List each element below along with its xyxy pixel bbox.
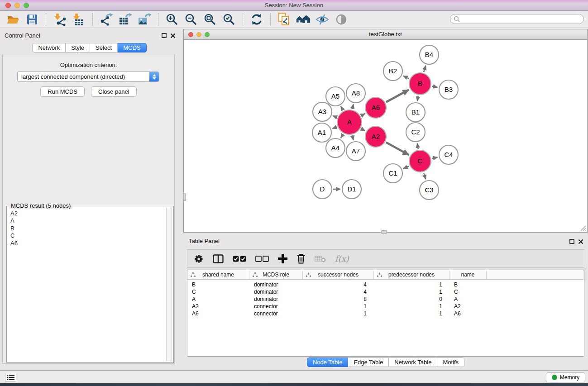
zoom-in-button[interactable] (165, 12, 179, 27)
mcds-result-item[interactable]: A2 (10, 210, 166, 217)
show-column-panel-button[interactable] (213, 254, 224, 263)
close-window-button[interactable] (5, 3, 11, 8)
memory-button[interactable]: Memory (546, 372, 585, 382)
tab-mcds[interactable]: MCDS (118, 43, 146, 52)
graph-edge-A-A6[interactable] (361, 114, 365, 115)
delete-columns-button[interactable] (296, 253, 306, 264)
refresh-button[interactable] (249, 12, 264, 27)
control-panel-float-button[interactable] (162, 33, 167, 38)
minimize-window-button[interactable] (14, 3, 20, 8)
graph-edge-A2-C[interactable] (386, 143, 409, 155)
graph-node-A5[interactable]: A5 (326, 87, 345, 106)
column-header-shared-name[interactable]: shared name (187, 270, 249, 279)
graph-node-C[interactable]: C (409, 150, 431, 172)
graph-node-B3[interactable]: B3 (439, 80, 458, 99)
table-row[interactable]: Cdominator41C (187, 288, 584, 295)
delete-table-button[interactable] (315, 255, 326, 262)
run-mcds-button[interactable]: Run MCDS (40, 86, 85, 97)
graph-edge-A-A2[interactable] (361, 129, 365, 130)
graph-node-A2[interactable]: A2 (365, 126, 386, 147)
graph-edge-C-C4[interactable] (432, 157, 437, 158)
graph-node-A1[interactable]: A1 (312, 123, 331, 142)
network-graph[interactable]: B4B2BB3A8A5A6B1A3AC2A1A2A4A7C4CC1C3DD1 (184, 40, 587, 232)
import-network-button[interactable] (53, 12, 67, 27)
control-panel-close-button[interactable] (170, 33, 176, 38)
tab-motifs[interactable]: Motifs (437, 357, 464, 367)
mcds-result-item[interactable]: B (10, 225, 166, 232)
graph-edge-B-B1[interactable] (417, 96, 418, 101)
graph-edge-A-A5[interactable] (341, 106, 343, 110)
table-settings-button[interactable] (194, 254, 204, 264)
dropdown-stepper[interactable] (149, 72, 159, 81)
graph-edge-C-C2[interactable] (417, 143, 418, 149)
graph-edge-B-B2[interactable] (403, 76, 409, 79)
graph-edge-A-A1[interactable] (332, 127, 337, 129)
graph-node-A3[interactable]: A3 (313, 102, 332, 121)
graph-node-C2[interactable]: C2 (406, 123, 425, 142)
zoom-selected-button[interactable] (222, 12, 236, 27)
mcds-result-item[interactable]: A6 (10, 240, 166, 247)
column-header-name[interactable]: name (449, 270, 487, 279)
graph-edge-C-C1[interactable] (403, 166, 409, 169)
search-input[interactable] (460, 15, 583, 23)
open-session-button[interactable] (6, 12, 20, 27)
show-panels-button[interactable] (5, 373, 16, 382)
mcds-result-scrollbar[interactable] (166, 208, 172, 361)
tab-network[interactable]: Network (32, 43, 66, 52)
graph-edge-A6-B[interactable] (386, 90, 409, 102)
graph-edge-A-A8[interactable] (352, 104, 353, 109)
duplicate-network-button[interactable] (277, 12, 292, 27)
network-minimize-button[interactable] (196, 32, 201, 37)
graph-node-B4[interactable]: B4 (420, 45, 439, 64)
search-field[interactable] (450, 14, 584, 24)
export-network-button[interactable] (99, 12, 114, 27)
graph-node-A6[interactable]: A6 (365, 97, 386, 118)
close-panel-button[interactable]: Close panel (91, 86, 137, 97)
export-image-button[interactable] (137, 12, 152, 27)
show-graphics-details-button[interactable] (334, 12, 349, 27)
column-header-mcds-role[interactable]: MCDS role (249, 270, 303, 279)
horizontal-divider-grip[interactable] (381, 230, 387, 234)
tab-network-table[interactable]: Network Table (389, 357, 437, 367)
unselect-all-columns-button[interactable] (255, 256, 269, 262)
select-all-columns-button[interactable] (233, 256, 246, 262)
table-row[interactable]: A2connector11A2 (187, 303, 584, 310)
zoom-fit-button[interactable] (203, 12, 217, 27)
hide-graphics-details-button[interactable] (315, 12, 330, 27)
column-header-predecessor-nodes[interactable]: predecessor nodes (374, 270, 449, 279)
network-close-button[interactable] (188, 32, 193, 37)
tab-node-table[interactable]: Node Table (307, 357, 349, 367)
network-window-titlebar[interactable]: testGlobe.txt (184, 29, 587, 40)
graph-node-D[interactable]: D (313, 180, 332, 199)
graph-edge-A-A4[interactable] (341, 134, 343, 138)
graph-node-A4[interactable]: A4 (326, 138, 345, 157)
graph-node-A7[interactable]: A7 (346, 142, 365, 161)
graph-node-B2[interactable]: B2 (383, 62, 402, 81)
graph-node-D1[interactable]: D1 (342, 180, 361, 199)
criterion-dropdown[interactable]: largest connected component (directed) (17, 71, 159, 82)
table-panel-close-button[interactable] (578, 239, 583, 244)
zoom-window-button[interactable] (24, 3, 29, 8)
resize-grip-icon[interactable] (579, 224, 586, 231)
graph-node-C1[interactable]: C1 (383, 164, 402, 183)
mcds-result-item[interactable]: C (10, 232, 166, 239)
graph-node-B[interactable]: B (409, 73, 431, 95)
graph-edge-B-B4[interactable] (424, 66, 425, 72)
graph-node-C3[interactable]: C3 (420, 181, 439, 200)
table-row[interactable]: Adominator80A (187, 295, 584, 303)
save-session-button[interactable] (25, 12, 39, 27)
graph-node-C4[interactable]: C4 (439, 145, 458, 164)
tab-select[interactable]: Select (90, 43, 118, 52)
graph-edge-B-B3[interactable] (432, 86, 437, 87)
graph-node-A[interactable]: A (337, 110, 362, 134)
zoom-out-button[interactable] (184, 12, 198, 27)
table-row[interactable]: A6connector11A6 (187, 310, 584, 317)
tab-edge-table[interactable]: Edge Table (348, 357, 389, 367)
table-panel-float-button[interactable] (569, 239, 574, 244)
function-builder-button[interactable]: f(x) (335, 254, 349, 263)
column-header-successor-nodes[interactable]: successor nodes (303, 270, 374, 279)
graph-node-B1[interactable]: B1 (406, 103, 425, 122)
mcds-result-item[interactable]: A (10, 217, 166, 224)
split-divider-grip[interactable] (183, 193, 186, 201)
graph-edge-C-C3[interactable] (424, 173, 425, 179)
